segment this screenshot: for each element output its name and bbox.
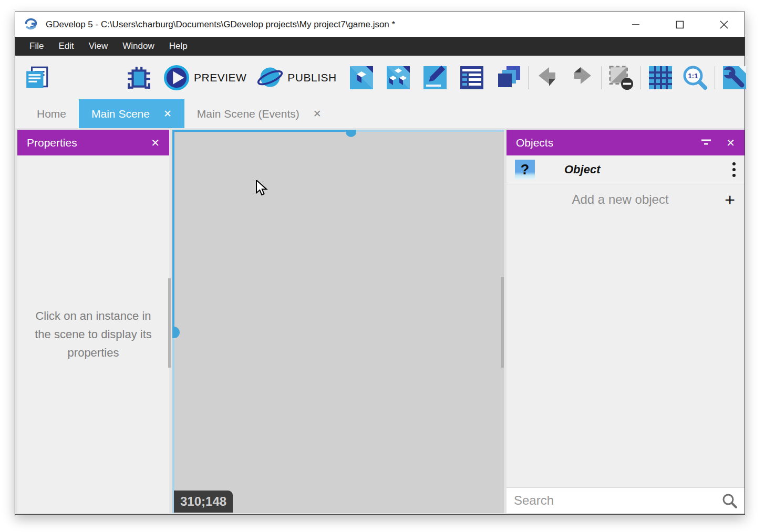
objects-empty-area: [506, 214, 745, 487]
preview-label[interactable]: PREVIEW: [194, 71, 246, 84]
tab-main-scene-events[interactable]: Main Scene (Events) ✕: [184, 99, 334, 128]
undo-button[interactable]: [535, 65, 561, 91]
zoom-1-1-icon: 1:1: [682, 65, 708, 91]
editor-content: Properties ✕ Click on an instance in the…: [15, 128, 745, 514]
toolbar-separator: [640, 66, 641, 89]
objects-close-icon[interactable]: ✕: [726, 137, 735, 149]
object-question-icon: ?: [515, 160, 535, 180]
scene-window-border-top: [172, 130, 351, 132]
redo-icon: [569, 65, 594, 90]
project-manager-button[interactable]: [24, 65, 50, 91]
events-sheet-icon: [459, 65, 484, 90]
tab-main-scene-events-close-icon[interactable]: ✕: [313, 109, 322, 119]
menu-view[interactable]: View: [81, 37, 116, 56]
toolbar-separator: [715, 66, 715, 89]
properties-empty-message: Click on an instance in the scene to dis…: [27, 307, 160, 362]
objects-panel-header: Objects ✕: [506, 130, 745, 155]
tab-home[interactable]: Home: [24, 99, 79, 128]
scene-resize-handle-left[interactable]: [172, 327, 180, 338]
cursor-coordinates-badge: 310;148: [174, 491, 233, 513]
tab-main-scene-label: Main Scene: [91, 108, 150, 120]
edit-scene-pencil-icon: [422, 65, 448, 90]
canvas-right-scrollbar[interactable]: [501, 277, 504, 368]
tab-main-scene-events-label: Main Scene (Events): [197, 108, 299, 120]
properties-body: Click on an instance in the scene to dis…: [17, 155, 169, 513]
maximize-button[interactable]: [674, 19, 686, 30]
grid-icon: [648, 65, 673, 90]
tabbar: Home Main Scene ✕ Main Scene (Events) ✕: [15, 99, 745, 128]
plus-icon: +: [725, 191, 735, 208]
publish-globe-icon: [257, 64, 283, 92]
tab-main-scene[interactable]: Main Scene ✕: [79, 99, 184, 128]
menu-edit[interactable]: Edit: [51, 37, 81, 56]
publish-button[interactable]: [257, 65, 283, 91]
deactivate-mask-button[interactable]: [608, 65, 634, 91]
object-list-item[interactable]: ? Object: [506, 155, 745, 184]
grid-button[interactable]: [647, 65, 674, 91]
tools-button[interactable]: [721, 65, 748, 91]
redo-button[interactable]: [568, 65, 595, 91]
objects-list-button[interactable]: [385, 65, 411, 91]
properties-close-icon[interactable]: ✕: [151, 137, 160, 149]
search-input[interactable]: [514, 493, 721, 508]
toolbar: PREVIEW PUBLISH: [15, 56, 745, 99]
canvas-left-scrollbar[interactable]: [168, 278, 171, 368]
gdevelop-window: GDevelop 5 - C:\Users\charburg\Documents…: [15, 12, 745, 515]
add-new-object-button[interactable]: Add a new object +: [506, 184, 745, 214]
objects-search-bar: [506, 487, 745, 513]
mouse-cursor-icon: [255, 180, 269, 196]
scene-window-border-left: [172, 130, 174, 332]
menu-window[interactable]: Window: [115, 37, 161, 56]
deactivate-mask-icon: [608, 64, 634, 91]
menu-help[interactable]: Help: [162, 37, 195, 56]
objects-panel: Objects ✕ ? Object: [506, 130, 745, 513]
titlebar: GDevelop 5 - C:\Users\charburg\Documents…: [15, 12, 745, 37]
gdevelop-logo-icon: [23, 17, 39, 33]
menubar: File Edit View Window Help: [15, 37, 745, 56]
layers-button[interactable]: [495, 65, 522, 91]
scene-window-border-top-extension: [351, 130, 504, 132]
debugger-button[interactable]: [126, 65, 152, 91]
objects-panel-title: Objects: [516, 137, 553, 149]
object-name: Object: [564, 163, 600, 176]
new-object-button[interactable]: [348, 65, 375, 91]
scene-canvas[interactable]: 310;148: [172, 130, 504, 513]
filter-icon[interactable]: [700, 138, 712, 148]
svg-text:1:1: 1:1: [688, 72, 698, 80]
properties-panel-header: Properties ✕: [17, 130, 169, 155]
search-icon[interactable]: [721, 493, 737, 508]
scene-window-border-left-extension: [172, 332, 174, 513]
project-manager-icon: [24, 65, 50, 91]
preview-play-icon: [163, 64, 190, 91]
new-object-icon: [349, 65, 374, 90]
toolbar-separator: [528, 66, 529, 89]
layers-icon: [496, 65, 521, 90]
debug-icon: [126, 65, 152, 91]
edit-scene-button[interactable]: [422, 65, 448, 91]
events-sheet-button[interactable]: [459, 65, 485, 91]
scene-resize-handle-top[interactable]: [346, 130, 356, 137]
tab-home-label: Home: [37, 108, 66, 120]
zoom-original-button[interactable]: 1:1: [682, 65, 708, 91]
add-new-object-label: Add a new object: [516, 192, 725, 207]
undo-icon: [535, 65, 561, 90]
tab-main-scene-close-icon[interactable]: ✕: [163, 109, 172, 119]
menu-file[interactable]: File: [22, 37, 51, 56]
object-menu-kebab-icon[interactable]: [732, 162, 736, 178]
tools-wrench-icon: [722, 65, 747, 90]
objects-list-icon: [386, 65, 411, 90]
properties-panel: Properties ✕ Click on an instance in the…: [17, 130, 169, 513]
minimize-button[interactable]: [630, 19, 642, 30]
window-title: GDevelop 5 - C:\Users\charburg\Documents…: [46, 19, 395, 30]
publish-label[interactable]: PUBLISH: [287, 71, 336, 84]
properties-panel-title: Properties: [27, 137, 77, 149]
close-button[interactable]: [718, 19, 730, 30]
toolbar-separator: [601, 66, 602, 89]
preview-button[interactable]: [163, 65, 190, 91]
window-controls: [630, 19, 745, 30]
